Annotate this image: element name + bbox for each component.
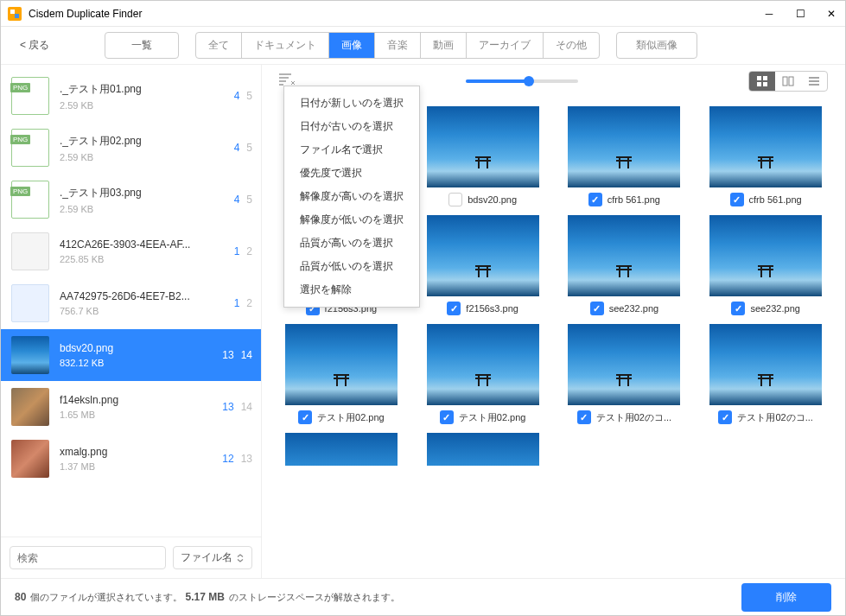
- grid-view-button[interactable]: [749, 72, 775, 91]
- sort-button[interactable]: ファイル名: [173, 546, 252, 569]
- file-item[interactable]: bdsv20.png832.12 KB1314: [1, 329, 261, 381]
- file-item[interactable]: AA742975-26D6-4EE7-B2...756.7 KB12: [1, 277, 261, 329]
- tab-3[interactable]: 音楽: [375, 33, 421, 58]
- total-count: 14: [241, 401, 252, 413]
- grid-item: テスト用02.png: [279, 324, 404, 424]
- file-item[interactable]: f14eksln.png1.65 MB1314: [1, 381, 261, 433]
- close-button[interactable]: ✕: [824, 7, 838, 21]
- file-item[interactable]: 412CA26E-3903-4EEA-AF...225.85 KB12: [1, 225, 261, 277]
- main-panel: 日付が新しいのを選択日付が古いのを選択ファイル名で選択優先度で選択解像度が高いの…: [262, 65, 845, 578]
- total-count: 5: [246, 142, 252, 154]
- total-count: 13: [241, 453, 252, 465]
- thumbnail-name: テスト用02.png: [317, 411, 385, 424]
- total-count: 2: [246, 245, 252, 257]
- dropdown-item[interactable]: 優先度で選択: [284, 162, 419, 185]
- checkbox[interactable]: [447, 302, 461, 315]
- tab-4[interactable]: 動画: [421, 33, 467, 58]
- checkbox[interactable]: [590, 302, 604, 315]
- file-size: 2.59 KB: [60, 204, 234, 214]
- file-item[interactable]: ._テスト用02.png2.59 KB45: [1, 122, 261, 174]
- checkbox[interactable]: [588, 193, 602, 206]
- file-name: 412CA26E-3903-4EEA-AF...: [60, 238, 234, 251]
- thumbnail[interactable]: [568, 324, 680, 405]
- tab-2[interactable]: 画像: [329, 33, 375, 58]
- file-name: bdsv20.png: [60, 342, 222, 354]
- file-thumb: [11, 181, 49, 219]
- file-size: 225.85 KB: [60, 254, 234, 264]
- checkbox[interactable]: [448, 193, 462, 206]
- selection-dropdown: 日付が新しいのを選択日付が古いのを選択ファイル名で選択優先度で選択解像度が高いの…: [283, 86, 420, 308]
- file-name: ._テスト用03.png: [60, 186, 234, 200]
- checkbox[interactable]: [298, 410, 312, 424]
- minimize-button[interactable]: ─: [762, 7, 776, 21]
- thumbnail-name: see232.png: [750, 303, 800, 314]
- compare-view-button[interactable]: [775, 72, 801, 91]
- sort-label: ファイル名: [181, 550, 232, 565]
- thumbnail-name: cfrb 561.png: [749, 194, 802, 205]
- thumbnail[interactable]: [427, 215, 539, 296]
- search-input[interactable]: [10, 546, 166, 569]
- dropdown-item[interactable]: 品質が高いのを選択: [284, 232, 419, 255]
- list-view-button[interactable]: [801, 72, 827, 91]
- dropdown-item[interactable]: 解像度が高いのを選択: [284, 185, 419, 208]
- thumbnail[interactable]: [709, 324, 822, 405]
- dropdown-item[interactable]: 品質が低いのを選択: [284, 255, 419, 278]
- similar-images-button[interactable]: 類似画像: [616, 32, 697, 59]
- checkbox[interactable]: [577, 410, 591, 424]
- checkbox[interactable]: [731, 302, 745, 315]
- svg-rect-1: [10, 10, 15, 14]
- thumbnail-size-slider[interactable]: [466, 79, 578, 83]
- delete-button[interactable]: 削除: [741, 583, 831, 612]
- thumbnail[interactable]: [427, 324, 539, 405]
- app-icon: [8, 7, 22, 21]
- file-name: xmalg.png: [60, 446, 222, 458]
- total-count: 2: [246, 297, 252, 309]
- thumbnail-name: f2156s3.png: [466, 303, 518, 314]
- checkbox[interactable]: [718, 410, 732, 424]
- back-button[interactable]: < 戻る: [11, 35, 58, 56]
- thumbnail[interactable]: [568, 215, 680, 296]
- maximize-button[interactable]: ☐: [793, 7, 807, 21]
- file-size: 756.7 KB: [60, 306, 234, 316]
- file-item[interactable]: xmalg.png1.37 MB1213: [1, 433, 261, 485]
- tab-0[interactable]: 全て: [196, 33, 242, 58]
- thumbnail[interactable]: [285, 324, 398, 405]
- file-size: 832.12 KB: [60, 358, 222, 368]
- thumbnail-name: cfrb 561.png: [607, 194, 660, 205]
- file-name: AA742975-26D6-4EE7-B2...: [60, 290, 234, 302]
- file-item[interactable]: ._テスト用01.png2.59 KB45: [1, 70, 261, 122]
- thumbnail-name: bdsv20.png: [468, 194, 517, 205]
- dropdown-item[interactable]: 選択を解除: [284, 278, 419, 302]
- dropdown-item[interactable]: 日付が古いのを選択: [284, 115, 419, 138]
- thumbnail-name: see232.png: [609, 303, 659, 314]
- title-bar: Cisdem Duplicate Finder ─ ☐ ✕: [1, 1, 845, 27]
- thumbnail[interactable]: [709, 215, 822, 296]
- thumbnail[interactable]: [709, 106, 822, 187]
- dropdown-item[interactable]: ファイル名で選択: [284, 138, 419, 162]
- status-bar: 80 個のファイルが選択されています。 5.17 MB のストレージスペースが解…: [1, 578, 845, 616]
- selected-count: 13: [222, 349, 233, 361]
- dropdown-item[interactable]: 解像度が低いのを選択: [284, 208, 419, 232]
- svg-rect-3: [757, 76, 761, 80]
- tab-5[interactable]: アーカイブ: [467, 33, 544, 58]
- checkbox[interactable]: [730, 193, 744, 206]
- overview-button[interactable]: 一覧: [105, 32, 179, 59]
- dropdown-item[interactable]: 日付が新しいのを選択: [284, 92, 419, 115]
- file-thumb: [11, 77, 49, 115]
- selected-count: 13: [222, 401, 233, 413]
- file-item[interactable]: ._テスト用03.png2.59 KB45: [1, 174, 261, 225]
- status-text: 80 個のファイルが選択されています。 5.17 MB のストレージスペースが解…: [15, 591, 741, 604]
- thumbnail[interactable]: [568, 106, 680, 187]
- thumbnail-name: テスト用02.png: [459, 411, 526, 424]
- selected-count: 1: [234, 245, 240, 257]
- selected-count: 4: [234, 142, 240, 154]
- thumbnail[interactable]: [427, 433, 539, 466]
- tab-1[interactable]: ドキュメント: [242, 33, 329, 58]
- total-count: 14: [241, 349, 252, 361]
- checkbox[interactable]: [440, 410, 454, 424]
- thumbnail[interactable]: [285, 433, 398, 466]
- tab-6[interactable]: その他: [544, 33, 599, 58]
- sidebar: ._テスト用01.png2.59 KB45._テスト用02.png2.59 KB…: [1, 65, 262, 578]
- slider-knob[interactable]: [524, 76, 534, 86]
- thumbnail[interactable]: [427, 106, 539, 187]
